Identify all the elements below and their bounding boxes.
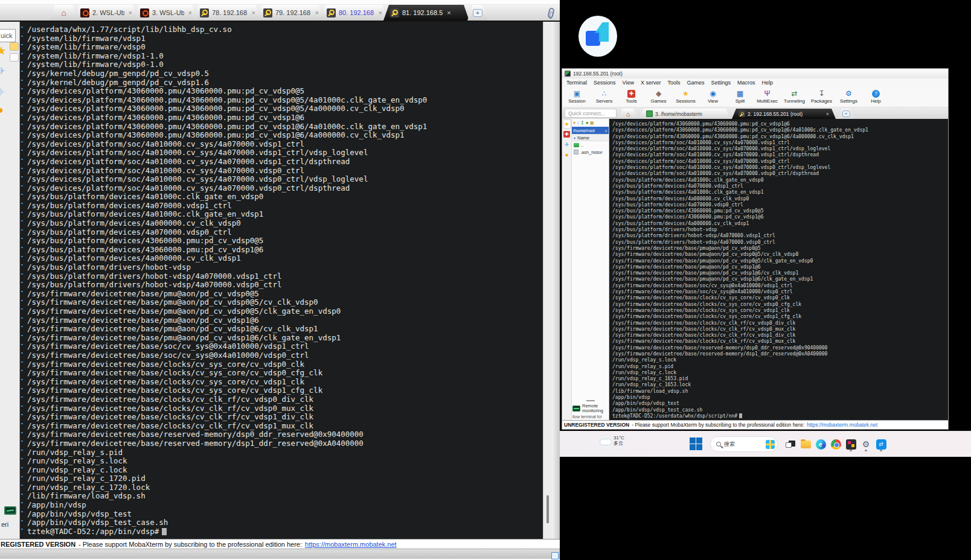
- terminal-cursor: [162, 528, 167, 535]
- paperclip-icon[interactable]: [547, 7, 555, 19]
- tab-local-shell[interactable]: 3. /home/mobaxterm: [639, 109, 730, 119]
- side-icon[interactable]: ✚: [563, 130, 571, 139]
- sidebar-button-fragment[interactable]: [10, 42, 19, 51]
- tab-ssh-79[interactable]: 79. 192.168.55 ×: [257, 5, 324, 21]
- terminal-line: /sys/devices/platform/soc/4a010000.cv_sy…: [612, 140, 948, 146]
- start-button[interactable]: [690, 438, 703, 451]
- taskbar-search-box[interactable]: 搜索: [710, 436, 778, 452]
- follow-terminal-folder-label[interactable]: llow terminal fol: [572, 415, 609, 420]
- close-icon[interactable]: ×: [315, 9, 319, 16]
- toolbar-label: Settings: [840, 98, 857, 104]
- name-column-header[interactable]: ▾ Name: [572, 134, 609, 141]
- new-tab-button[interactable]: +: [467, 5, 488, 21]
- close-icon[interactable]: ×: [447, 9, 450, 16]
- remote-title-bar[interactable]: 192.168.55.201 (root): [562, 69, 948, 78]
- mobatek-link[interactable]: https://mobaxterm.mobatek.net: [305, 541, 397, 548]
- terminal-output-left[interactable]: /userdata/whx/1.77/script/lib/libhb_dsp_…: [20, 22, 543, 539]
- edge-button[interactable]: e: [815, 437, 826, 451]
- sidebar-button-fragment[interactable]: [10, 53, 19, 62]
- toolbar-button[interactable]: ? Help: [862, 87, 889, 107]
- terminal-line: /sys/devices/platform/43060000.pmu/43060…: [612, 121, 948, 127]
- taskbar-weather-widget[interactable]: 31°C 多云: [600, 435, 624, 446]
- toolbar-button[interactable]: Ψ MultiExec: [754, 87, 781, 107]
- scroll-corner-button[interactable]: [551, 552, 559, 559]
- new-tab-button[interactable]: +: [838, 109, 854, 119]
- tab-wsl-3[interactable]: 3. WSL-Ubunt ×: [133, 5, 197, 21]
- toolbar-button[interactable]: ∴ Servers: [591, 87, 618, 107]
- remote-app-button[interactable]: [845, 437, 856, 451]
- tab-label: 80. 192.168.55: [339, 9, 374, 16]
- macros-plane-icon[interactable]: ✈: [0, 86, 5, 99]
- menu-item[interactable]: View: [623, 80, 634, 86]
- tab-home[interactable]: ⌂: [50, 5, 78, 21]
- sftp-ball-icon[interactable]: ●: [0, 104, 4, 116]
- close-icon[interactable]: ×: [252, 9, 255, 16]
- file-name: .ash_histor: [580, 150, 603, 155]
- remote-monitoring-icon[interactable]: [4, 506, 16, 515]
- tab-home[interactable]: ⌂: [618, 109, 638, 119]
- teamviewer-button[interactable]: ⇄: [876, 437, 886, 451]
- file-explorer-button[interactable]: [800, 437, 811, 451]
- close-icon[interactable]: ×: [379, 9, 382, 16]
- macros-plane-icon[interactable]: ✈: [0, 65, 5, 77]
- tab-ssh-81-active[interactable]: 81. 192.168.5 ×: [383, 5, 469, 21]
- terminal-output-remote[interactable]: /sys/devices/platform/43060000.pmu/43060…: [609, 119, 948, 420]
- chrome-button[interactable]: [830, 437, 841, 451]
- terminal-line: /sys/bus/platform/drivers/hobot-vdsp/4a0…: [612, 233, 948, 239]
- toolbar-button[interactable]: ↧ Packages: [808, 87, 835, 107]
- terminal-scrollbar[interactable]: [543, 22, 552, 539]
- tab-ssh-78[interactable]: 78. 192.168.55 ×: [193, 5, 261, 21]
- file-row-parent[interactable]: ..: [572, 141, 609, 148]
- task-view-button[interactable]: [785, 437, 796, 451]
- close-icon[interactable]: ×: [188, 9, 192, 16]
- quick-connect-input[interactable]: Quick connect...: [565, 109, 617, 118]
- quick-connect-fragment[interactable]: uick: [0, 29, 16, 42]
- terminal-line: /run/vdsp_relay_s.pid: [612, 364, 948, 370]
- menu-item[interactable]: Macros: [737, 80, 755, 86]
- side-icon[interactable]: ✈: [563, 140, 571, 149]
- tab-wsl-2[interactable]: 2. WSL-Ubunt ×: [74, 5, 138, 21]
- menu-item[interactable]: Sessions: [594, 80, 616, 86]
- close-icon[interactable]: ×: [129, 9, 132, 16]
- path-dropdown[interactable]: /home/root ∨: [572, 127, 609, 134]
- menu-item[interactable]: Terminal: [566, 80, 587, 86]
- menu-item[interactable]: X server: [641, 80, 661, 86]
- toolbar-button[interactable]: ▦ Split: [726, 87, 754, 107]
- mobatek-link[interactable]: https://mobaxterm.mobatek.net: [807, 422, 877, 428]
- toolbar-label: Games: [651, 98, 667, 104]
- close-icon[interactable]: ×: [826, 111, 829, 117]
- toolbar-button[interactable]: ◆ Games: [645, 87, 672, 107]
- menu-item[interactable]: Help: [762, 80, 774, 86]
- toolbar-button[interactable]: ⇄ Tunneling: [781, 87, 808, 107]
- side-icon[interactable]: ★: [563, 119, 571, 129]
- terminal-line: /sys/devices/platform/soc/4a010000.cv_sy…: [612, 152, 948, 158]
- settings-button[interactable]: ⚙: [860, 437, 871, 451]
- toolbar-button[interactable]: ★ Sessions: [672, 87, 699, 107]
- tab-ssh-active[interactable]: 2. 192.168.55.201 (root) ×: [732, 109, 836, 119]
- remote-monitoring-button[interactable]: Remote monitoring: [572, 402, 609, 415]
- scrollbar-thumb[interactable]: [546, 495, 549, 523]
- toolbar-button[interactable]: ⚙ Settings: [835, 87, 862, 107]
- terminal-line: /sys/devices/platform/soc/4a010000.cv_sy…: [27, 167, 543, 176]
- panel-splitter[interactable]: [572, 398, 609, 402]
- tab-ssh-80[interactable]: 80. 192.168.55 ×: [320, 5, 388, 21]
- teamviewer-remote-desktop: 192.168.55.201 (root) TerminalSessionsVi…: [560, 0, 971, 560]
- refresh-icon[interactable]: ●: [586, 120, 589, 126]
- file-row-history[interactable]: .ash_histor: [572, 148, 609, 156]
- folder-up-icon[interactable]: ▾: [573, 120, 575, 126]
- side-icon[interactable]: ●: [563, 150, 571, 159]
- toolbar-button[interactable]: ◉ View: [699, 87, 726, 107]
- menu-item[interactable]: Settings: [711, 80, 731, 86]
- download-icon[interactable]: ↓: [577, 120, 579, 126]
- terminal-line: /sys/firmware/devicetree/base/clocks/cv_…: [612, 339, 948, 345]
- menu-item[interactable]: Games: [687, 80, 704, 86]
- menu-item[interactable]: Tools: [667, 80, 680, 86]
- toolbar-button[interactable]: ▣ Session: [563, 87, 591, 107]
- sessions-star-icon[interactable]: ★: [0, 43, 7, 58]
- folder-icon[interactable]: ▣: [590, 120, 595, 126]
- tab-label: 3. /home/mobaxterm: [655, 111, 702, 117]
- toolbar-button[interactable]: ✚ Tools: [618, 87, 645, 107]
- upload-icon[interactable]: ↥: [580, 120, 585, 126]
- shell-prompt: tztek@TADC-D52:/app/bin/vdsp#: [27, 527, 159, 536]
- windows-taskbar: 31°C 多云 搜索 e ⚙ ⇄: [560, 431, 971, 457]
